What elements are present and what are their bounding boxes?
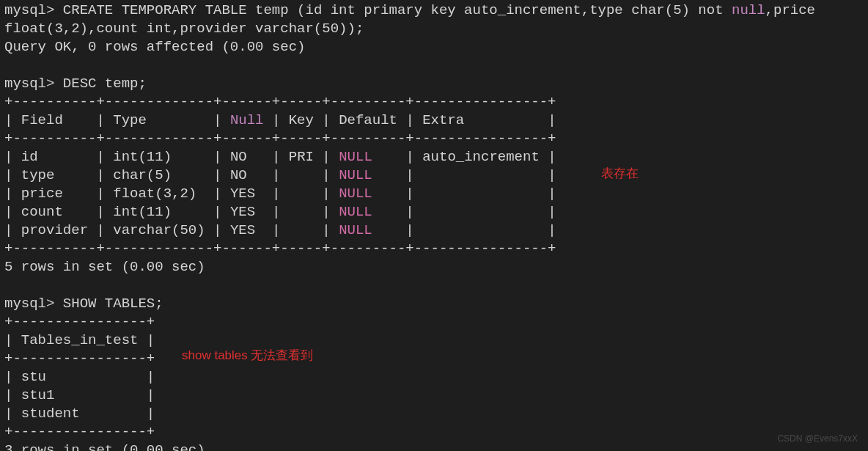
desc-border-bottom: +----------+-------------+------+-----+-… xyxy=(4,241,556,257)
terminal-output: mysql> CREATE TEMPORARY TABLE temp (id i… xyxy=(0,0,868,451)
tables-header-row: | Tables_in_test | xyxy=(4,332,155,348)
annotation-show-tables-cannot-see: show tables 无法查看到 xyxy=(182,346,314,364)
tables-border-mid: +----------------+ xyxy=(4,351,155,367)
watermark: CSDN @Evens7xxX xyxy=(777,430,858,448)
table-row: | stu | xyxy=(4,369,155,385)
tables-border-top: +----------------+ xyxy=(4,314,155,330)
desc-border-top: +----------+-------------+------+-----+-… xyxy=(4,94,556,110)
desc-footer: 5 rows in set (0.00 sec) xyxy=(4,259,205,275)
sql-create-part1: CREATE TEMPORARY TABLE temp (id int prim… xyxy=(63,2,732,18)
sql-desc: DESC temp; xyxy=(63,76,147,92)
table-row: | provider | varchar(50) | YES | | NULL … xyxy=(4,222,556,238)
sql-show-tables: SHOW TABLES; xyxy=(63,296,163,312)
table-row: | count | int(11) | YES | | NULL | | xyxy=(4,204,556,220)
tables-footer: 3 rows in set (0.00 sec) xyxy=(4,442,205,451)
table-row: | id | int(11) | NO | PRI | NULL | auto_… xyxy=(4,149,556,165)
prompt: mysql> xyxy=(4,2,54,18)
table-row: | price | float(3,2) | YES | | NULL | | xyxy=(4,186,556,202)
prompt: mysql> xyxy=(4,76,54,92)
sql-create-line2: float(3,2),count int,provider varchar(50… xyxy=(4,21,364,37)
table-row: | type | char(5) | NO | | NULL | | xyxy=(4,167,556,183)
sql-create-result: Query OK, 0 rows affected (0.00 sec) xyxy=(4,39,305,55)
prompt: mysql> xyxy=(4,296,54,312)
annotation-table-exists: 表存在 xyxy=(601,164,639,183)
sql-create-part2: ,price xyxy=(765,2,815,18)
tables-border-bottom: +----------------+ xyxy=(4,424,155,440)
table-row: | stu1 | xyxy=(4,387,155,403)
desc-header-row: | Field | Type | Null | Key | Default | … xyxy=(4,112,556,128)
desc-border-mid: +----------+-------------+------+-----+-… xyxy=(4,131,556,147)
table-row: | student | xyxy=(4,406,155,422)
sql-null-keyword: null xyxy=(732,2,765,18)
